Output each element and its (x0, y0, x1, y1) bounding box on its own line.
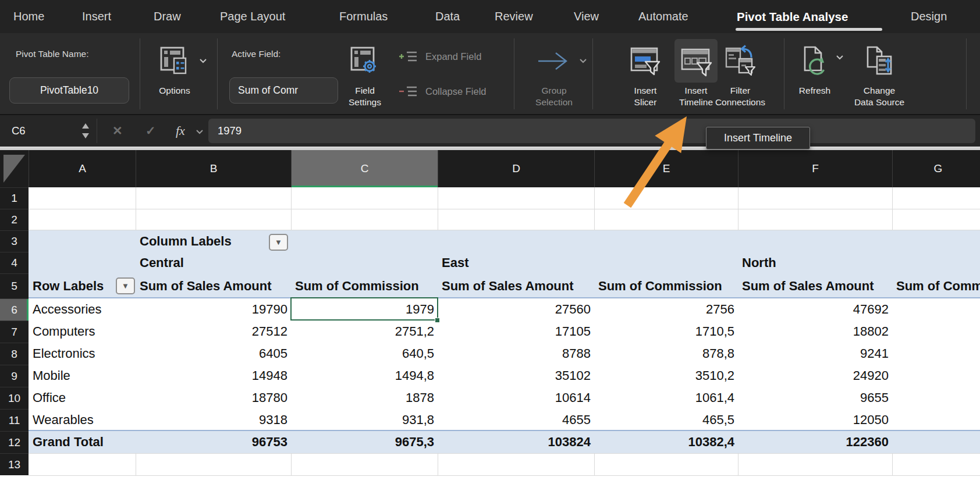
cell-B5[interactable]: Sum of Sales Amount (136, 273, 291, 298)
cell-D11[interactable]: 4655 (438, 409, 594, 431)
column-header-C[interactable]: C (291, 150, 438, 187)
row-header-8[interactable]: 8 (0, 343, 29, 365)
cell-B3[interactable]: Column Labels (136, 230, 291, 252)
insert-function-icon[interactable]: fx (176, 115, 185, 147)
cell-F11[interactable]: 12050 (738, 409, 892, 431)
tab-view[interactable]: View (574, 0, 599, 33)
cell-F6[interactable]: 47692 (738, 298, 892, 321)
row-header-9[interactable]: 9 (0, 365, 29, 387)
enter-icon[interactable]: ✓ (145, 115, 156, 147)
cell-A11[interactable]: Wearables (29, 409, 136, 431)
column-header-E[interactable]: E (594, 150, 738, 187)
cell-B8[interactable]: 6405 (136, 343, 291, 365)
column-header-A[interactable]: A (29, 150, 136, 187)
cell-C10[interactable]: 1878 (291, 387, 438, 409)
cell-E6[interactable]: 2756 (594, 298, 738, 321)
column-header-D[interactable]: D (438, 150, 594, 187)
tab-page-layout[interactable]: Page Layout (220, 0, 285, 33)
cell-E8[interactable]: 878,8 (594, 343, 738, 365)
group-selection-button[interactable]: Group Selection (527, 37, 581, 108)
cell-F7[interactable]: 18802 (738, 321, 892, 343)
row-header-3[interactable]: 3 (0, 230, 29, 252)
cell-D10[interactable]: 10614 (438, 387, 594, 409)
cell-D9[interactable]: 35102 (438, 365, 594, 387)
cell-B4[interactable]: Central (136, 252, 291, 273)
row-header-6[interactable]: 6 (0, 298, 29, 321)
cell-B11[interactable]: 9318 (136, 409, 291, 431)
fill-handle[interactable] (435, 318, 440, 323)
cell-B9[interactable]: 14948 (136, 365, 291, 387)
row-header-4[interactable]: 4 (0, 252, 29, 273)
cell-A12[interactable]: Grand Total (29, 431, 136, 453)
cell-F12[interactable]: 122360 (738, 431, 892, 453)
select-all-corner[interactable] (0, 150, 29, 187)
name-box-spinner-up-icon[interactable] (82, 123, 89, 129)
row-header-2[interactable]: 2 (0, 209, 29, 230)
cell-F9[interactable]: 24920 (738, 365, 892, 387)
column-header-F[interactable]: F (738, 150, 892, 187)
row-header-10[interactable]: 10 (0, 387, 29, 409)
cell-E11[interactable]: 465,5 (594, 409, 738, 431)
cell-D6[interactable]: 27560 (438, 298, 594, 321)
cell-F4[interactable]: North (738, 252, 892, 273)
tab-draw[interactable]: Draw (154, 0, 181, 33)
collapse-field-button[interactable]: Collapse Field (397, 84, 487, 99)
column-header-B[interactable]: B (136, 150, 291, 187)
cell-B7[interactable]: 27512 (136, 321, 291, 343)
cell-D5[interactable]: Sum of Sales Amount (438, 273, 594, 298)
tab-insert[interactable]: Insert (82, 0, 111, 33)
cell-E12[interactable]: 10382,4 (594, 431, 738, 453)
formula-input[interactable]: 1979 (208, 119, 975, 143)
active-field-box[interactable]: Sum of Comr (229, 77, 338, 104)
expand-field-button[interactable]: Expand Field (397, 49, 481, 64)
tab-automate[interactable]: Automate (638, 0, 688, 33)
pivot-table-name-input[interactable]: PivotTable10 (9, 77, 129, 104)
cell-A9[interactable]: Mobile (29, 365, 136, 387)
row-header-7[interactable]: 7 (0, 321, 29, 343)
cell-C12[interactable]: 9675,3 (291, 431, 438, 453)
cell-D4[interactable]: East (438, 252, 594, 273)
name-box[interactable]: C6 (12, 115, 26, 147)
row-header-5[interactable]: 5 (0, 273, 29, 298)
row-header-12[interactable]: 12 (0, 431, 29, 453)
cell-C9[interactable]: 1494,8 (291, 365, 438, 387)
cell-A7[interactable]: Computers (29, 321, 136, 343)
filter-connections-button[interactable]: Filter Connections (711, 37, 769, 108)
row-labels-filter-button[interactable]: ▼ (116, 277, 135, 294)
row-header-13[interactable]: 13 (0, 453, 29, 475)
field-settings-button[interactable]: Field Settings (342, 37, 388, 108)
cell-B6[interactable]: 19790 (136, 298, 291, 321)
tab-design[interactable]: Design (911, 0, 947, 33)
cell-A10[interactable]: Office (29, 387, 136, 409)
cell-C5[interactable]: Sum of Commission (291, 273, 438, 298)
refresh-button[interactable]: Refresh (791, 37, 838, 97)
cell-E5[interactable]: Sum of Commission (594, 273, 738, 298)
change-data-source-button[interactable]: Change Data Source (847, 37, 912, 108)
cell-C8[interactable]: 640,5 (291, 343, 438, 365)
cell-A8[interactable]: Electronics (29, 343, 136, 365)
cell-F5[interactable]: Sum of Sales Amount (738, 273, 892, 298)
cell-C11[interactable]: 931,8 (291, 409, 438, 431)
cell-F8[interactable]: 9241 (738, 343, 892, 365)
insert-slicer-button[interactable]: Insert Slicer (623, 37, 668, 108)
cell-D8[interactable]: 8788 (438, 343, 594, 365)
cell-G5[interactable]: Sum of Commission (892, 273, 980, 298)
row-header-11[interactable]: 11 (0, 409, 29, 431)
tab-formulas[interactable]: Formulas (339, 0, 388, 33)
cell-F10[interactable]: 9655 (738, 387, 892, 409)
cell-E7[interactable]: 1710,5 (594, 321, 738, 343)
cell-B10[interactable]: 18780 (136, 387, 291, 409)
tab-home[interactable]: Home (13, 0, 44, 33)
column-header-G[interactable]: G (892, 150, 980, 187)
cell-C7[interactable]: 2751,2 (291, 321, 438, 343)
row-header-1[interactable]: 1 (0, 187, 29, 209)
cell-E10[interactable]: 1061,4 (594, 387, 738, 409)
cell-D12[interactable]: 103824 (438, 431, 594, 453)
cancel-icon[interactable]: ✕ (112, 115, 123, 147)
options-button[interactable]: Options (149, 37, 200, 97)
chevron-down-icon[interactable] (196, 129, 204, 134)
tab-data[interactable]: Data (435, 0, 460, 33)
tab-review[interactable]: Review (495, 0, 533, 33)
cell-B12[interactable]: 96753 (136, 431, 291, 453)
selected-cell-border[interactable] (290, 297, 438, 321)
